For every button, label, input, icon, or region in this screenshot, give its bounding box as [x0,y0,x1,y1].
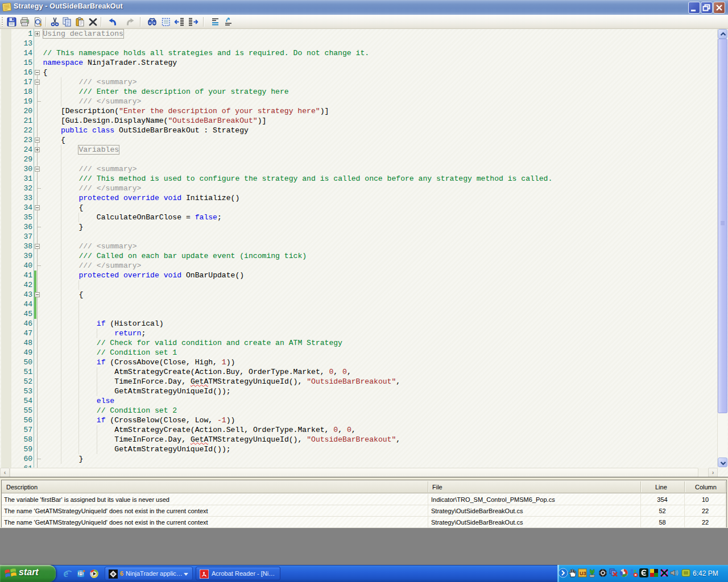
svg-text:e: e [63,569,68,579]
svg-text:U3: U3 [580,571,586,576]
